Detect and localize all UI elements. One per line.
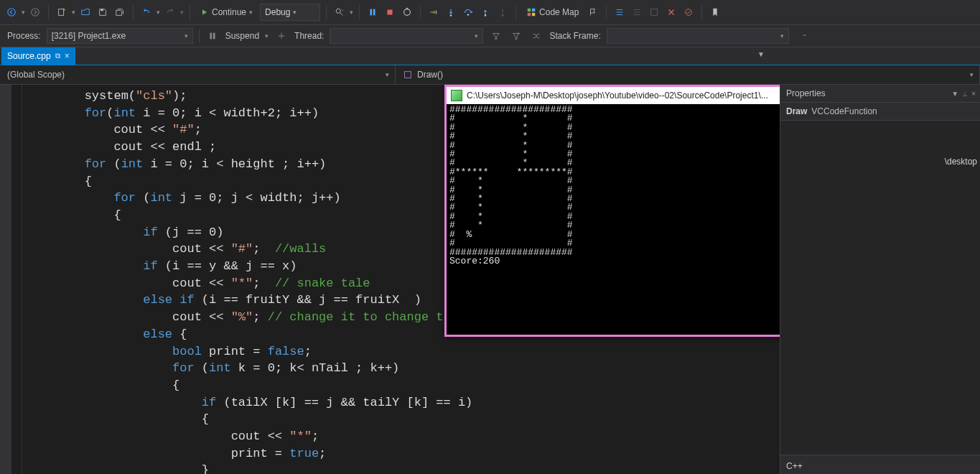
svg-rect-2 [59,9,64,16]
svg-point-8 [404,9,411,16]
main-toolbar: ▾ ▾ ▾ ▾ Continue ▾ Debug ▾ ▾ Code Map [0,0,980,25]
properties-title: Properties [786,88,826,98]
properties-bottom-label: C++ [786,461,803,471]
svg-point-12 [485,14,487,17]
svg-rect-16 [528,13,531,16]
restart-button[interactable] [400,5,414,19]
toolbar-overflow-button[interactable] [961,5,976,19]
nav-forward-button[interactable] [28,5,42,19]
shuffle-icon[interactable] [529,29,543,43]
svg-point-13 [502,14,504,17]
toggle-button-a[interactable] [647,5,661,19]
scope-left-value: (Global Scope) [7,70,65,80]
codemap-label: Code Map [539,7,579,17]
outline-margin[interactable] [11,85,22,474]
step-into-specific-button[interactable] [495,5,510,19]
debug-overflow-button[interactable]: ⁼ [798,29,812,43]
svg-rect-17 [532,13,535,16]
continue-label: Continue [212,7,246,17]
svg-point-1 [32,9,39,17]
properties-func-label: Draw [786,106,807,116]
step-out-button[interactable] [478,5,493,19]
code-editor[interactable]: system("cls"); for(int i = 0; i < width+… [0,85,780,474]
step-into-button[interactable] [444,5,458,19]
svg-point-19 [686,9,692,16]
console-window[interactable]: C:\Users\Joseph-M\Desktop\joseph\Youtube… [444,85,780,337]
show-next-button[interactable] [426,5,441,19]
comment-out-button[interactable] [612,5,627,19]
scope-right-dropdown[interactable]: Draw() ▾ [396,65,980,84]
bookmark-clear-button[interactable] [760,5,774,19]
new-item-button[interactable] [55,5,69,19]
properties-body: \desktop [780,121,980,455]
stop-button[interactable] [383,5,397,19]
bookmark-button[interactable] [708,5,722,19]
svg-point-4 [336,9,340,13]
suspend-label: Suspend [225,31,259,41]
svg-rect-3 [101,9,103,11]
toggle-button-b[interactable] [664,5,678,19]
svg-point-0 [8,9,16,17]
bookmark-next-button[interactable] [742,5,757,19]
properties-footer: C++ [780,455,980,474]
properties-header: Properties ▼ ⟂ × [780,85,980,103]
svg-rect-9 [436,10,437,14]
save-button[interactable] [95,5,110,19]
bookmark-prev-button[interactable] [725,5,739,19]
properties-combo[interactable]: Draw VCCodeFunction [780,103,980,121]
filter-icon-2[interactable] [509,29,523,43]
debug-toolbar: Process: [3216] Project1.exe ▾ Suspend ▾… [0,25,980,47]
console-title: C:\Users\Joseph-M\Desktop\joseph\Youtube… [467,90,780,101]
scope-right-value: Draw() [417,70,443,80]
pause-button[interactable] [365,5,380,19]
open-button[interactable] [78,5,93,19]
tab-source-cpp[interactable]: Source.cpp ⧉ × [1,47,75,65]
breakpoint-gutter[interactable] [0,85,11,474]
svg-rect-18 [651,9,658,16]
undo-button[interactable] [139,5,154,19]
continue-button[interactable]: Continue ▾ [196,4,257,21]
config-dropdown[interactable]: Debug ▾ [260,4,320,21]
scope-bar: (Global Scope) ▾ Draw() ▾ [0,65,980,85]
thread-dropdown[interactable]: ▾ [330,28,483,44]
save-all-button[interactable] [113,5,127,19]
svg-rect-15 [532,9,535,11]
tabs-overflow-icon[interactable]: ▼ [757,50,765,58]
close-tab-icon[interactable]: × [65,52,70,60]
svg-rect-5 [370,9,373,16]
step-over-button[interactable] [461,5,475,19]
svg-rect-7 [388,10,393,15]
filter-icon[interactable] [489,29,503,43]
thread-label: Thread: [294,31,324,41]
scope-left-dropdown[interactable]: (Global Scope) ▾ [0,65,396,84]
pin-icon[interactable]: ⧉ [55,52,60,60]
properties-side-tag: \desktop [945,157,977,167]
nav-back-button[interactable] [4,5,19,19]
redo-button[interactable] [163,5,177,19]
console-body: ###################### # * # # * # # * #… [447,104,780,335]
svg-point-11 [467,14,470,16]
document-tabs: Source.cpp ⧉ × ▼ [0,47,980,65]
config-value: Debug [265,7,290,17]
stackframe-dropdown[interactable]: ▾ [607,28,789,44]
svg-rect-21 [213,33,215,40]
console-app-icon [451,90,462,101]
uncomment-button[interactable] [630,5,644,19]
toggle-button-c[interactable] [681,5,696,19]
codemap-flag-button[interactable] [586,5,600,19]
panel-close-icon[interactable]: × [971,90,976,98]
process-dropdown[interactable]: [3216] Project1.exe ▾ [47,28,193,44]
suspend-icon[interactable] [205,29,220,43]
main-area: system("cls"); for(int i = 0; i < width+… [0,85,980,474]
console-titlebar[interactable]: C:\Users\Joseph-M\Desktop\joseph\Youtube… [447,87,780,104]
properties-panel: Properties ▼ ⟂ × Draw VCCodeFunction \de… [780,85,980,474]
svg-rect-20 [210,33,212,40]
find-button[interactable] [332,5,347,19]
panel-pin-icon[interactable]: ⟂ [963,90,967,98]
svg-rect-14 [528,9,531,11]
thread-icon [274,29,289,43]
console-output: ###################### # * # # * # # * #… [447,104,780,335]
panel-dropdown-icon[interactable]: ▼ [951,90,958,98]
tab-filename: Source.cpp [7,51,51,61]
codemap-button[interactable]: Code Map [522,4,583,21]
